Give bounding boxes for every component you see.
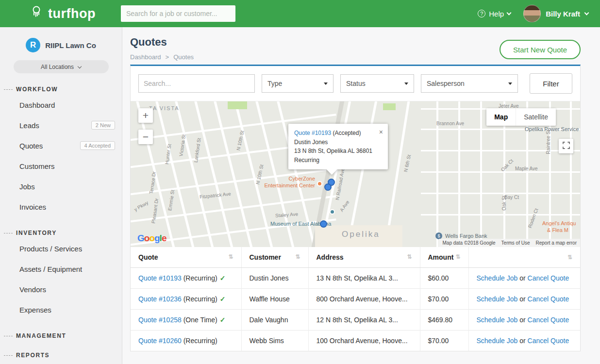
salesperson-select[interactable]: Salesperson bbox=[421, 74, 518, 93]
turfhop-logo[interactable]: turfhop bbox=[29, 5, 96, 23]
section-label: REPORTS bbox=[16, 352, 50, 359]
cancel-quote-link[interactable]: Cancel Quote bbox=[528, 295, 569, 303]
column-header-quote[interactable]: Quote⇅ bbox=[131, 247, 241, 268]
sidebar-item-customers[interactable]: Customers bbox=[0, 156, 122, 176]
accepted-check-icon: ✓ bbox=[220, 316, 226, 324]
sidebar-item-invoices[interactable]: Invoices bbox=[0, 197, 122, 217]
sidebar-item-label: Leads bbox=[19, 121, 39, 130]
breadcrumb-separator: > bbox=[166, 53, 169, 61]
cancel-quote-link[interactable]: Cancel Quote bbox=[528, 274, 569, 282]
sort-icon[interactable]: ⇅ bbox=[295, 253, 300, 260]
sidebar-item-vendors[interactable]: Vendors bbox=[0, 279, 122, 299]
zoom-out-button[interactable]: − bbox=[138, 130, 153, 144]
close-icon[interactable]: × bbox=[379, 127, 383, 138]
section-management[interactable]: MANAGEMENT bbox=[4, 332, 122, 339]
sort-icon[interactable]: ⇅ bbox=[407, 253, 412, 260]
schedule-job-link[interactable]: Schedule Job bbox=[477, 274, 518, 282]
bank-icon[interactable]: $ bbox=[435, 232, 442, 239]
help-label: Help bbox=[489, 10, 504, 18]
or-label: or bbox=[519, 316, 525, 324]
schedule-job-link[interactable]: Schedule Job bbox=[477, 337, 518, 345]
column-header-address[interactable]: Address⇅ bbox=[308, 247, 420, 268]
type-select[interactable]: Type bbox=[262, 74, 333, 93]
filter-button[interactable]: Filter bbox=[530, 73, 572, 94]
column-label: Customer bbox=[250, 253, 281, 261]
breadcrumb-dashboard[interactable]: Dashboard bbox=[130, 53, 161, 61]
quote-link[interactable]: Quote #10258 bbox=[138, 316, 182, 324]
cancel-quote-link[interactable]: Cancel Quote bbox=[528, 316, 569, 324]
topbar-right: ? Help Billy Kraft bbox=[478, 5, 588, 22]
sidebar-item-leads[interactable]: Leads 2 New bbox=[0, 115, 122, 135]
start-new-quote-button[interactable]: Start New Quote bbox=[500, 40, 581, 59]
sidebar-item-quotes[interactable]: Quotes 4 Accepted bbox=[0, 135, 122, 156]
quotes-card: Type Status Salesperson Filter bbox=[130, 65, 581, 351]
quotes-search-input[interactable] bbox=[138, 74, 255, 93]
column-header-customer[interactable]: Customer⇅ bbox=[241, 247, 308, 268]
map-area-label: TA VISTA bbox=[149, 105, 180, 111]
quote-link[interactable]: Quote #10260 bbox=[138, 337, 182, 345]
sort-icon[interactable]: ⇅ bbox=[455, 253, 460, 260]
quote-link[interactable]: Quote #10193 bbox=[138, 274, 182, 282]
status-select[interactable]: Status bbox=[340, 74, 414, 93]
map-type-satellite-button[interactable]: Satellite bbox=[516, 108, 556, 126]
page-header: Quotes Dashboard > Quotes Start New Quot… bbox=[122, 27, 600, 61]
section-label: INVENTORY bbox=[16, 230, 57, 236]
zoom-in-button[interactable]: + bbox=[138, 108, 153, 123]
fullscreen-button[interactable] bbox=[559, 139, 573, 153]
quotes-badge: 4 Accepted bbox=[80, 141, 115, 150]
main-content: Quotes Dashboard > Quotes Start New Quot… bbox=[122, 27, 600, 364]
google-letter: e bbox=[162, 233, 167, 243]
map-canvas[interactable]: TA VISTA Jeter Ave Brannon Ave Opelika P… bbox=[131, 101, 580, 247]
terms-of-use-link[interactable]: Terms of Use bbox=[501, 240, 530, 246]
section-reports[interactable]: REPORTS bbox=[4, 352, 122, 359]
schedule-job-link[interactable]: Schedule Job bbox=[477, 316, 518, 324]
map-road bbox=[421, 171, 580, 173]
global-search-input[interactable] bbox=[121, 5, 235, 22]
caret-down-icon bbox=[324, 83, 328, 85]
sidebar-item-expenses[interactable]: Expenses bbox=[0, 299, 122, 320]
column-header-actions[interactable]: ⇅ bbox=[468, 247, 580, 268]
cancel-quote-link[interactable]: Cancel Quote bbox=[528, 337, 569, 345]
section-label: WORKFLOW bbox=[16, 86, 58, 93]
user-name: Billy Kraft bbox=[546, 10, 580, 18]
map-park bbox=[228, 101, 247, 109]
sidebar-item-products-services[interactable]: Products / Services bbox=[0, 238, 122, 259]
poi-marker-icon[interactable] bbox=[317, 181, 322, 186]
quote-link[interactable]: Quote #10236 bbox=[138, 295, 182, 303]
sidebar-item-dashboard[interactable]: Dashboard bbox=[0, 95, 122, 115]
schedule-job-link[interactable]: Schedule Job bbox=[477, 295, 518, 303]
sort-icon[interactable]: ⇅ bbox=[228, 253, 233, 260]
address-cell: 13 N 8th St, Opelika AL 3... bbox=[308, 268, 420, 289]
accepted-check-icon: ✓ bbox=[220, 274, 226, 282]
breadcrumb-current: Quotes bbox=[173, 53, 194, 61]
location-selector[interactable]: All Locations bbox=[14, 60, 109, 73]
user-menu[interactable]: Billy Kraft bbox=[523, 5, 588, 22]
map-pin-quote[interactable] bbox=[324, 183, 332, 191]
column-label: Quote bbox=[138, 253, 158, 261]
location-label: All Locations bbox=[41, 64, 74, 70]
quote-type: (Recurring) bbox=[182, 274, 217, 282]
help-menu[interactable]: ? Help bbox=[478, 10, 511, 18]
table-row: Quote #10236 (Recurring)✓ Waffle House 8… bbox=[131, 289, 580, 310]
sidebar-item-assets-equipment[interactable]: Assets / Equipment bbox=[0, 259, 122, 279]
type-select-value: Type bbox=[267, 80, 282, 87]
google-logo[interactable]: Google bbox=[137, 233, 166, 244]
infowindow-quote-link[interactable]: Quote #10193 bbox=[294, 130, 331, 136]
poi-marker-icon[interactable] bbox=[330, 209, 335, 215]
map-pin-quote[interactable] bbox=[320, 220, 327, 228]
infowindow-status: (Accepted) bbox=[331, 130, 361, 136]
sort-icon[interactable]: ⇅ bbox=[567, 254, 572, 261]
sidebar-item-jobs[interactable]: Jobs bbox=[0, 176, 122, 197]
map-street-label: A Ave bbox=[339, 199, 350, 213]
customer-cell: Webb Sims bbox=[241, 331, 308, 351]
section-dashes-icon bbox=[4, 336, 13, 336]
report-map-error-link[interactable]: Report a map error bbox=[536, 240, 577, 246]
google-letter: o bbox=[149, 233, 154, 243]
map-type-map-button[interactable]: Map bbox=[486, 108, 516, 126]
table-row: Quote #10193 (Recurring)✓ Dustin Jones 1… bbox=[131, 268, 580, 289]
sidebar-item-label: Products / Services bbox=[19, 245, 82, 253]
map-type-control: Map Satellite bbox=[486, 108, 556, 126]
customer-cell: Dustin Jones bbox=[241, 268, 308, 289]
column-header-amount[interactable]: Amount⇅ bbox=[420, 247, 468, 268]
section-dashes-icon bbox=[4, 233, 13, 233]
